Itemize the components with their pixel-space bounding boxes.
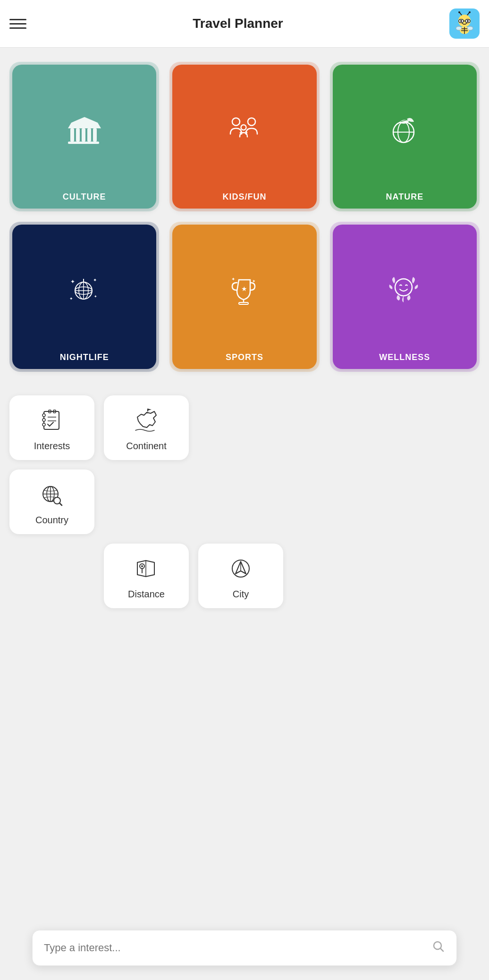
interests-filter[interactable]: Interests <box>9 395 94 460</box>
app-header: Travel Planner <box>0 0 489 48</box>
wellness-card[interactable]: WELLNESS <box>333 225 477 369</box>
svg-point-15 <box>456 26 462 30</box>
nightlife-icon: ✦ ✦ ✦ ✦ <box>66 274 103 309</box>
culture-card[interactable]: CULTURE <box>12 65 156 209</box>
svg-text:✦: ✦ <box>70 278 75 285</box>
continent-label: Continent <box>126 441 167 452</box>
city-label: City <box>233 589 249 600</box>
filter-row-3: Distance City <box>9 544 480 608</box>
svg-point-68 <box>141 565 143 567</box>
svg-marker-22 <box>68 123 101 128</box>
nightlife-card-wrap: ✦ ✦ ✦ ✦ NIGHTLIFE <box>9 222 159 371</box>
kids-card-wrap: KIDS/FUN <box>169 62 319 211</box>
sports-card[interactable]: ★ ✦ ✦ SPORTS <box>172 225 316 369</box>
country-filter[interactable]: Country <box>9 469 94 534</box>
distance-label: Distance <box>128 589 165 600</box>
svg-rect-19 <box>82 128 85 142</box>
nature-card[interactable]: NATURE <box>333 65 477 209</box>
interests-label: Interests <box>34 441 70 452</box>
svg-text:✦: ✦ <box>252 279 256 284</box>
svg-point-53 <box>42 423 45 426</box>
search-icon <box>432 940 445 956</box>
wellness-label: WELLNESS <box>379 352 430 362</box>
svg-marker-59 <box>148 409 152 410</box>
wellness-card-wrap: WELLNESS <box>330 222 480 371</box>
svg-rect-20 <box>87 128 91 142</box>
wellness-icon <box>386 274 423 309</box>
culture-icon <box>66 114 103 149</box>
svg-point-25 <box>232 118 240 126</box>
svg-text:✦: ✦ <box>93 277 97 283</box>
svg-point-52 <box>42 419 45 421</box>
search-bar-container <box>32 930 457 966</box>
distance-filter[interactable]: Distance <box>104 544 189 608</box>
sports-card-wrap: ★ ✦ ✦ SPORTS <box>169 222 319 371</box>
globe-search-icon <box>38 481 66 509</box>
page-title: Travel Planner <box>193 16 283 31</box>
kids-label: KIDS/FUN <box>222 192 266 202</box>
filter-section: Interests Continent <box>9 395 480 608</box>
city-filter[interactable]: City <box>198 544 283 608</box>
svg-rect-18 <box>76 128 80 142</box>
svg-line-65 <box>59 503 62 505</box>
category-grid: CULTURE <box>9 62 480 372</box>
notebook-icon <box>38 407 66 435</box>
kids-icon <box>226 114 263 149</box>
svg-rect-17 <box>70 128 74 142</box>
country-label: Country <box>35 515 68 526</box>
filter-row-2: Country <box>9 469 480 534</box>
filter-row-1: Interests Continent <box>9 395 480 460</box>
svg-point-4 <box>469 11 471 13</box>
culture-label: CULTURE <box>63 192 106 202</box>
nightlife-card[interactable]: ✦ ✦ ✦ ✦ NIGHTLIFE <box>12 225 156 369</box>
svg-point-27 <box>241 125 246 130</box>
svg-rect-50 <box>44 411 59 429</box>
sports-icon: ★ ✦ ✦ <box>226 274 263 309</box>
sports-label: SPORTS <box>226 352 263 362</box>
svg-marker-24 <box>71 117 98 123</box>
continent-filter[interactable]: Continent <box>104 395 189 460</box>
map-pin-icon <box>132 555 160 583</box>
svg-point-2 <box>458 11 460 13</box>
nature-card-wrap: NATURE <box>330 62 480 211</box>
kids-card[interactable]: KIDS/FUN <box>172 65 316 209</box>
main-content: CULTURE <box>0 48 489 646</box>
svg-point-26 <box>248 118 255 126</box>
svg-line-72 <box>440 948 443 951</box>
nature-label: NATURE <box>386 192 423 202</box>
nightlife-label: NIGHTLIFE <box>60 352 109 362</box>
search-input[interactable] <box>44 942 432 954</box>
svg-text:★: ★ <box>241 285 247 293</box>
svg-point-9 <box>460 20 462 22</box>
svg-point-10 <box>467 20 469 22</box>
compass-send-icon <box>227 555 255 583</box>
svg-point-49 <box>395 279 412 296</box>
svg-point-16 <box>467 26 473 30</box>
avatar[interactable] <box>449 8 480 39</box>
svg-rect-21 <box>93 128 97 142</box>
menu-button[interactable] <box>9 15 26 32</box>
svg-text:✦: ✦ <box>231 276 235 282</box>
search-bar <box>32 930 457 966</box>
nature-icon <box>386 114 423 149</box>
svg-point-51 <box>42 414 45 417</box>
svg-text:✦: ✦ <box>69 296 73 301</box>
svg-rect-23 <box>68 142 99 144</box>
svg-text:✦: ✦ <box>94 294 97 299</box>
continent-icon <box>132 407 160 435</box>
culture-card-wrap: CULTURE <box>9 62 159 211</box>
svg-rect-45 <box>239 302 248 304</box>
